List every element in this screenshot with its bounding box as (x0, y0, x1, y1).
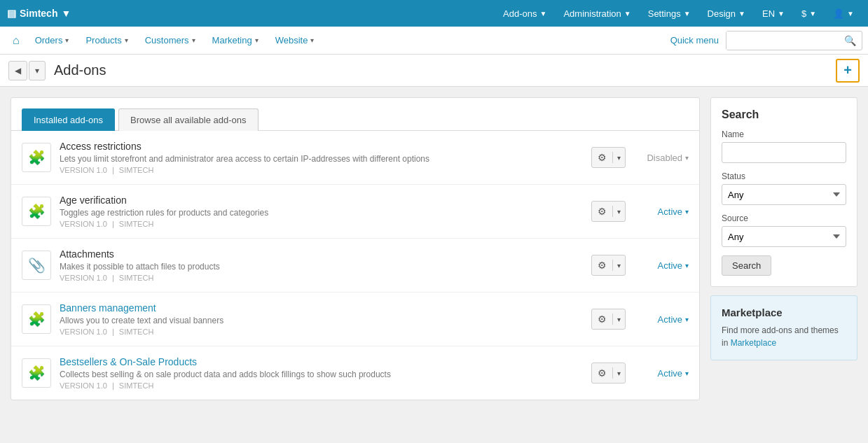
tab-browse-addons[interactable]: Browse all available add-ons (118, 108, 258, 131)
chevron-down-icon: ▾ (613, 208, 625, 216)
home-icon[interactable]: ⌂ (6, 34, 27, 47)
sidebar-item-website[interactable]: Website ▾ (267, 27, 323, 55)
marketplace-link[interactable]: Marketplace (731, 338, 776, 348)
addon-separator: | (112, 274, 114, 282)
dropdown-nav-button[interactable]: ▾ (29, 61, 46, 80)
addon-separator: | (112, 220, 114, 228)
global-search-box: 🔍 (726, 31, 862, 50)
addon-settings-button[interactable]: ⚙ ▾ (591, 309, 626, 330)
addon-icon: 📎 (22, 251, 51, 280)
chevron-down-icon: ▾ (613, 316, 625, 323)
sec-nav-right: Quick menu 🔍 (670, 31, 862, 50)
sidebar-item-products[interactable]: Products ▾ (77, 27, 136, 55)
addon-meta: VERSION 1.0 | SIMTECH (60, 166, 583, 174)
back-button[interactable]: ◀ (8, 61, 27, 80)
addon-status-button[interactable]: Active ▾ (633, 260, 689, 271)
addon-info: Banners management Allows you to create … (60, 302, 583, 336)
addon-actions: ⚙ ▾ Active ▾ (591, 201, 689, 222)
addon-actions: ⚙ ▾ Active ▾ (591, 309, 689, 330)
sidebar-item-customers[interactable]: Customers ▾ (137, 27, 204, 55)
addon-settings-button[interactable]: ⚙ ▾ (591, 255, 626, 276)
chevron-down-icon: ▾ (613, 370, 625, 377)
list-item: 🧩 Bestsellers & On-Sale Products Collect… (11, 346, 699, 400)
addon-vendor: SIMTECH (119, 220, 154, 228)
addons-list: 🧩 Access restrictions Lets you limit sto… (11, 131, 699, 400)
status-badge: Active (658, 314, 682, 325)
addon-vendor: SIMTECH (119, 381, 154, 390)
addon-name[interactable]: Banners management (60, 302, 583, 314)
addon-actions: ⚙ ▾ Disabled ▾ (591, 147, 689, 168)
addon-settings-button[interactable]: ⚙ ▾ (591, 363, 626, 384)
addon-settings-button[interactable]: ⚙ ▾ (591, 147, 626, 168)
chevron-down-icon: ▼ (847, 10, 854, 17)
addon-status-button[interactable]: Disabled ▾ (633, 153, 689, 163)
addon-icon: 🧩 (22, 304, 51, 334)
global-search-button[interactable]: 🔍 (839, 35, 862, 46)
top-nav-settings[interactable]: Settings ▼ (641, 0, 698, 27)
addon-vendor: SIMTECH (119, 328, 154, 336)
addon-description: Makes it possible to attach files to pro… (60, 262, 583, 272)
addon-name: Access restrictions (60, 141, 583, 152)
sec-nav-items: Orders ▾ Products ▾ Customers ▾ Marketin… (27, 27, 670, 55)
status-badge: Active (658, 260, 682, 271)
chevron-down-icon: ▾ (192, 36, 195, 44)
global-search-input[interactable] (726, 31, 839, 50)
add-addon-button[interactable]: + (836, 59, 860, 83)
addon-actions: ⚙ ▾ Active ▾ (591, 255, 689, 276)
tab-installed-addons[interactable]: Installed add-ons (22, 108, 115, 131)
gear-icon: ⚙ (592, 367, 613, 379)
sidebar-item-marketing[interactable]: Marketing ▾ (204, 27, 267, 55)
status-badge: Disabled (647, 153, 682, 163)
source-form-group: Source Any (722, 213, 846, 247)
search-submit-button[interactable]: Search (722, 255, 771, 276)
chevron-down-icon: ▼ (809, 10, 816, 17)
name-search-input[interactable] (722, 142, 846, 163)
addon-separator: | (112, 166, 114, 174)
brand-logo[interactable]: ▤ Simtech ▼ (7, 8, 71, 19)
top-nav-user[interactable]: 👤 ▼ (826, 0, 861, 27)
addon-name[interactable]: Bestsellers & On-Sale Products (60, 356, 583, 367)
addon-name: Attachments (60, 248, 583, 260)
addon-status-button[interactable]: Active ▾ (633, 368, 689, 379)
addon-icon: 🧩 (22, 358, 51, 388)
sidebar-item-orders[interactable]: Orders ▾ (27, 27, 78, 55)
addon-info: Attachments Makes it possible to attach … (60, 248, 583, 282)
gear-icon: ⚙ (592, 206, 613, 217)
addon-meta: VERSION 1.0 | SIMTECH (60, 220, 583, 228)
chevron-down-icon: ▼ (624, 10, 631, 17)
chevron-down-icon: ▾ (685, 370, 689, 377)
chevron-down-icon: ▾ (685, 262, 689, 269)
chevron-down-icon: ▾ (310, 36, 314, 44)
addon-icon: 🧩 (22, 197, 51, 226)
chevron-down-icon: ▾ (685, 154, 689, 162)
list-item: 📎 Attachments Makes it possible to attac… (11, 239, 699, 293)
list-item: 🧩 Access restrictions Lets you limit sto… (11, 131, 699, 185)
top-nav-currency[interactable]: $ ▼ (794, 0, 823, 27)
plus-icon: + (843, 62, 852, 78)
addon-meta: VERSION 1.0 | SIMTECH (60, 328, 583, 336)
addon-status-button[interactable]: Active ▾ (633, 206, 689, 217)
chevron-down-icon: ▾ (255, 36, 259, 44)
chevron-down-icon: ▾ (65, 36, 69, 44)
top-nav-administration[interactable]: Administration ▼ (556, 0, 638, 27)
secondary-navbar: ⌂ Orders ▾ Products ▾ Customers ▾ Market… (0, 27, 868, 55)
brand-name: Simtech (20, 8, 57, 19)
chevron-down-icon: ▾ (613, 154, 625, 162)
addon-icon: 🧩 (22, 143, 51, 172)
addon-version: VERSION 1.0 (60, 166, 107, 174)
addon-version: VERSION 1.0 (60, 328, 107, 336)
top-nav-language[interactable]: EN ▼ (755, 0, 792, 27)
quick-menu-link[interactable]: Quick menu (670, 35, 719, 45)
top-nav-addons[interactable]: Add-ons ▼ (496, 0, 553, 27)
status-select[interactable]: Any Active Disabled (722, 184, 846, 205)
addon-vendor: SIMTECH (119, 166, 154, 174)
addon-status-button[interactable]: Active ▾ (633, 314, 689, 325)
status-form-group: Status Any Active Disabled (722, 171, 846, 205)
addon-settings-button[interactable]: ⚙ ▾ (591, 201, 626, 222)
addon-description: Allows you to create text and visual ban… (60, 316, 583, 325)
addon-description: Lets you limit storefront and administra… (60, 154, 583, 164)
source-select[interactable]: Any (722, 226, 846, 247)
top-nav-design[interactable]: Design ▼ (701, 0, 752, 27)
name-form-group: Name (722, 129, 846, 163)
addon-name: Age verification (60, 195, 583, 206)
